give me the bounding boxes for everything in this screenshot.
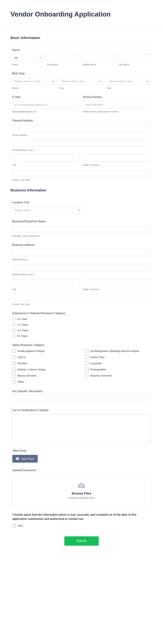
name-label: Name bbox=[12, 48, 151, 52]
birth-label: Birth Date bbox=[12, 72, 151, 75]
take-photo-button[interactable]: Take Photo bbox=[12, 455, 38, 462]
shop-sublabel: Example : Isha Enterprises bbox=[12, 235, 151, 237]
biz-zip-input[interactable] bbox=[12, 294, 151, 301]
first-name-input[interactable] bbox=[47, 54, 79, 61]
biz-street2-sublabel: Street Address Line 2 bbox=[12, 273, 151, 276]
street-input[interactable] bbox=[12, 125, 151, 132]
basic-section-title: Basic Information bbox=[10, 36, 153, 40]
cat-right-4[interactable]: Business Services bbox=[85, 374, 151, 378]
upload-dropzone[interactable]: Browse Files Drag and drop files here bbox=[12, 474, 151, 506]
biz-street-sublabel: Street Address bbox=[12, 258, 151, 261]
radio-item-2[interactable]: 3-4 Years bbox=[12, 328, 151, 332]
city-input[interactable] bbox=[12, 154, 80, 162]
experience-label: Experience in Selected Business Category bbox=[12, 312, 151, 315]
location-select[interactable]: Please Select bbox=[12, 206, 82, 214]
biz-state-sublabel: State / Province bbox=[83, 288, 151, 291]
email-input[interactable] bbox=[12, 101, 80, 108]
photo-label: Take Photo bbox=[12, 449, 151, 452]
zip-input[interactable] bbox=[12, 170, 151, 177]
business-divider bbox=[10, 196, 153, 196]
phone-input[interactable] bbox=[83, 101, 151, 108]
day-sublabel: Day bbox=[59, 87, 103, 90]
submit-button[interactable]: Submit bbox=[64, 536, 99, 546]
biz-city-sublabel: City bbox=[12, 288, 80, 291]
shop-input[interactable] bbox=[12, 226, 151, 233]
email-sublabel: example@example.com bbox=[12, 110, 80, 113]
experience-radio-group: 0-1 Year 1-2 Years 3-4 Years 5+ Years bbox=[12, 317, 151, 337]
cert-label: List of Certification or Awards bbox=[12, 409, 151, 412]
specific-input[interactable] bbox=[12, 395, 151, 402]
cat-right-3[interactable]: Photographer bbox=[85, 368, 151, 371]
cat-left-2[interactable]: Plumber bbox=[12, 362, 78, 365]
top-divider bbox=[0, 27, 163, 27]
cat-left-4[interactable]: Beauty Services bbox=[12, 374, 78, 378]
location-label: Location /City bbox=[12, 201, 151, 204]
street2-sublabel: Street Address Line 2 bbox=[12, 149, 151, 152]
city-sublabel: City bbox=[12, 164, 80, 166]
cat-right-2[interactable]: Carpenter bbox=[85, 362, 151, 365]
radio-item-1[interactable]: 1-2 Years bbox=[12, 323, 151, 326]
year-sublabel: Year bbox=[107, 87, 151, 90]
cat-right-1[interactable]: Online Tutor bbox=[85, 355, 151, 359]
middle-name-input[interactable] bbox=[83, 54, 115, 61]
category-label: Select Business Category bbox=[12, 344, 151, 347]
cat-left-5[interactable]: Other bbox=[12, 380, 78, 384]
zip-sublabel: Postal / Zip Code bbox=[12, 178, 151, 181]
browse-files-sub: Drag and drop files here bbox=[19, 496, 144, 499]
upload-label: Upload Documents bbox=[12, 469, 151, 472]
cloud-upload-icon bbox=[78, 482, 85, 489]
biz-zip-sublabel: Postal / Zip Code bbox=[12, 303, 151, 306]
cat-left-3[interactable]: Exterior / Interior Design bbox=[12, 368, 78, 371]
cat-left-1[interactable]: CA/CS bbox=[12, 355, 78, 359]
biz-city-input[interactable] bbox=[12, 279, 80, 286]
browse-files-title: Browse Files bbox=[19, 492, 144, 496]
radio-item-0[interactable]: 0-1 Year bbox=[12, 317, 151, 320]
street-sublabel: Street Address bbox=[12, 134, 151, 136]
present-address-label: Present Address bbox=[12, 119, 151, 122]
cat-left-0[interactable]: Small Appliance Repair bbox=[12, 349, 78, 353]
specific-label: Any Specific Information bbox=[12, 390, 151, 393]
state-input[interactable] bbox=[83, 154, 151, 162]
radio-item-3[interactable]: 5+ Years bbox=[12, 334, 151, 337]
street2-input[interactable] bbox=[12, 140, 151, 147]
month-sublabel: Month bbox=[12, 87, 56, 90]
state-sublabel: State / Province bbox=[83, 164, 151, 166]
phone-sublabel: Please enter a valid phone number. bbox=[83, 110, 151, 113]
camera-icon bbox=[16, 457, 19, 460]
last-name-input[interactable] bbox=[118, 54, 151, 61]
prefix-select[interactable]: Mr. bbox=[12, 54, 44, 61]
biz-state-input[interactable] bbox=[83, 279, 151, 286]
shop-label: Business/Shop/Firm Name bbox=[12, 220, 151, 223]
email-label: E-mail bbox=[12, 96, 80, 99]
page-title: Vendor Onboarding Application bbox=[10, 10, 153, 18]
cat-right-0[interactable]: AC/Refrigerator /Washing Machine Repair bbox=[85, 349, 151, 353]
agreement-yes[interactable]: YES bbox=[12, 524, 151, 528]
first-name-sublabel: First Name bbox=[47, 63, 79, 66]
agreement-text: I hereby agree that the information give… bbox=[12, 513, 151, 521]
year-select[interactable]: Please select a year bbox=[107, 78, 151, 85]
biz-street-input[interactable] bbox=[12, 249, 151, 256]
last-name-sublabel: Last Name bbox=[118, 63, 151, 66]
basic-divider bbox=[10, 43, 153, 43]
phone-label: Phone Number bbox=[83, 96, 151, 99]
biz-address-label: Business Address bbox=[12, 244, 151, 246]
prefix-sublabel: Prefix bbox=[12, 63, 44, 66]
middle-name-sublabel: Middle Name bbox=[83, 63, 115, 66]
month-select[interactable]: Please select a month bbox=[12, 78, 56, 85]
take-photo-label: Take Photo bbox=[21, 457, 34, 460]
cert-textarea[interactable] bbox=[12, 414, 151, 442]
day-select[interactable]: Please select a day bbox=[59, 78, 103, 85]
biz-street2-input[interactable] bbox=[12, 264, 151, 271]
business-section-title: Business Information bbox=[10, 188, 153, 192]
